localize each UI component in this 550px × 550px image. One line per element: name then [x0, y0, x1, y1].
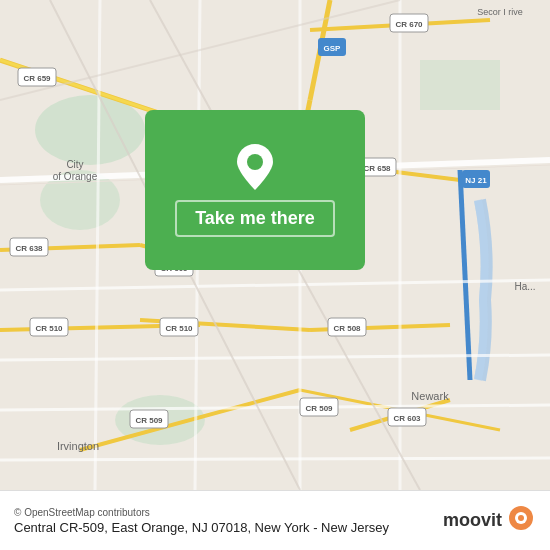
svg-text:CR 603: CR 603: [393, 414, 421, 423]
svg-text:Newark: Newark: [411, 390, 449, 402]
svg-line-27: [0, 458, 550, 460]
location-pin-icon: [237, 144, 273, 190]
svg-text:City: City: [66, 159, 83, 170]
action-overlay: Take me there: [145, 110, 365, 270]
moovit-logo: moovit: [443, 506, 536, 536]
bottom-bar: © OpenStreetMap contributors Central CR-…: [0, 490, 550, 550]
svg-text:CR 638: CR 638: [15, 244, 43, 253]
svg-text:Irvington: Irvington: [57, 440, 99, 452]
svg-text:of Orange: of Orange: [53, 171, 98, 182]
svg-text:CR 509: CR 509: [135, 416, 163, 425]
svg-text:GSP: GSP: [324, 44, 342, 53]
svg-text:Secor I rive: Secor I rive: [477, 7, 523, 17]
svg-text:CR 510: CR 510: [35, 324, 63, 333]
take-me-there-button[interactable]: Take me there: [175, 200, 335, 237]
svg-rect-3: [420, 60, 500, 110]
svg-text:CR 670: CR 670: [395, 20, 423, 29]
svg-text:CR 659: CR 659: [23, 74, 51, 83]
svg-text:NJ 21: NJ 21: [465, 176, 487, 185]
bottom-left-info: © OpenStreetMap contributors Central CR-…: [14, 507, 389, 535]
moovit-pin-icon: [506, 506, 536, 536]
svg-text:CR 509: CR 509: [305, 404, 333, 413]
svg-point-68: [518, 515, 524, 521]
svg-text:CR 508: CR 508: [333, 324, 361, 333]
location-text: Central CR-509, East Orange, NJ 07018, N…: [14, 520, 389, 535]
osm-credit: © OpenStreetMap contributors: [14, 507, 389, 518]
map-container: NJ 21 CR 659 GSP CR 670: [0, 0, 550, 490]
svg-text:CR 510: CR 510: [165, 324, 193, 333]
svg-point-65: [247, 154, 263, 170]
svg-text:CR 658: CR 658: [363, 164, 391, 173]
svg-text:Ha...: Ha...: [514, 281, 535, 292]
moovit-text: moovit: [443, 510, 502, 531]
